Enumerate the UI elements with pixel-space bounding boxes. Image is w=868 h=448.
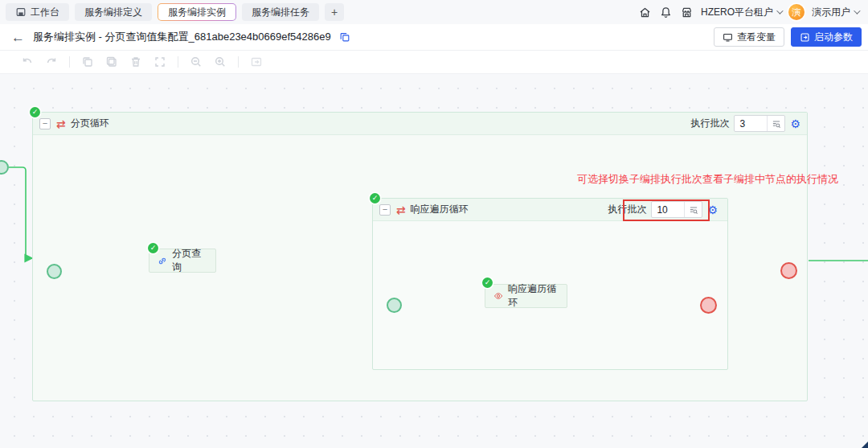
fullscreen-icon[interactable]: [154, 55, 166, 68]
page-title: 服务编排实例 - 分页查询值集配置_681abe23e4b0669ef54286…: [33, 30, 331, 44]
tab-orchestration-definition[interactable]: 服务编排定义: [75, 3, 152, 21]
flow-canvas[interactable]: − ⇄ 分页循环 执行批次 ⚙ ✓ 可选择切换子编排执行批次查看子编排中节点的执…: [0, 74, 868, 448]
view-variables-label: 查看变量: [737, 31, 776, 44]
node-page-query[interactable]: 分页查询: [149, 249, 216, 273]
node-response-loop[interactable]: 响应遍历循环: [485, 284, 567, 308]
launch-params-label: 启动参数: [814, 31, 853, 44]
copy-title-icon[interactable]: [339, 31, 350, 43]
gear-icon[interactable]: ⚙: [790, 118, 800, 129]
avatar-text: 演: [792, 6, 801, 18]
status-check-badge: ✓: [148, 243, 158, 253]
launch-icon: [800, 32, 810, 43]
status-check-badge: ✓: [370, 193, 380, 203]
tab-workbench[interactable]: 工作台: [6, 3, 69, 21]
group-label: 分页循环: [71, 117, 109, 130]
monitor-icon: [723, 32, 733, 43]
toolbar-divider: [69, 56, 70, 68]
toolbar-divider: [238, 56, 239, 68]
canvas-toolbar: [0, 51, 868, 74]
node-label: 响应遍历循环: [508, 282, 559, 310]
page-header: ← 服务编排实例 - 分页查询值集配置_681abe23e4b0669ef542…: [0, 24, 868, 51]
bell-icon[interactable]: [659, 6, 673, 19]
annotation-text: 可选择切换子编排执行批次查看子编排中节点的执行情况: [577, 172, 838, 187]
undo-icon[interactable]: [21, 55, 34, 68]
tab-label: 服务编排定义: [84, 6, 142, 19]
node-label: 分页查询: [172, 247, 207, 274]
chevron-down-icon: [776, 7, 783, 14]
copy-icon[interactable]: [81, 55, 94, 68]
collapse-button[interactable]: −: [379, 204, 391, 216]
tab-label: 工作台: [31, 6, 59, 19]
tenant-name: HZERO平台租户: [701, 6, 773, 19]
workbench-icon: [15, 6, 27, 18]
loop-icon: ⇄: [396, 204, 406, 216]
top-tab-bar: 工作台 服务编排定义 服务编排实例 服务编排任务 + HZERO平台租户 演 演…: [0, 0, 868, 24]
chevron-down-icon: [854, 7, 860, 14]
delete-icon[interactable]: [129, 55, 142, 68]
home-icon[interactable]: [638, 6, 652, 19]
plus-icon: +: [331, 6, 338, 18]
tab-label: 服务编排实例: [168, 6, 226, 19]
eye-icon: [493, 290, 503, 302]
outer-batch-input[interactable]: [735, 118, 767, 129]
collapse-button[interactable]: −: [39, 118, 51, 129]
outer-end-node[interactable]: [780, 262, 797, 279]
inner-start-node[interactable]: [387, 298, 402, 313]
tab-orchestration-instance[interactable]: 服务编排实例: [158, 3, 236, 21]
outer-batch-input-group: [734, 115, 785, 132]
zoom-in-icon[interactable]: [214, 55, 227, 68]
external-start-node[interactable]: [0, 160, 9, 175]
back-arrow-icon[interactable]: ←: [11, 31, 25, 44]
toolbar-divider: [178, 56, 178, 68]
redo-icon[interactable]: [45, 55, 58, 68]
topbar-right: HZERO平台租户 演 演示用户: [638, 4, 868, 20]
outer-batch-control: 执行批次 ⚙: [690, 115, 800, 132]
launch-params-button[interactable]: 启动参数: [791, 27, 862, 47]
avatar[interactable]: 演: [788, 4, 805, 20]
paste-icon[interactable]: [105, 55, 118, 68]
fit-screen-icon[interactable]: [250, 55, 263, 68]
link-icon: [158, 256, 167, 266]
status-check-badge: ✓: [482, 277, 493, 288]
group-label: 响应遍历循环: [411, 203, 469, 216]
user-name: 演示用户: [812, 6, 850, 19]
outer-start-node[interactable]: [47, 264, 62, 279]
batch-label: 执行批次: [690, 117, 729, 130]
header-actions: 查看变量 启动参数: [714, 27, 862, 47]
user-menu[interactable]: 演示用户: [812, 6, 858, 19]
view-variables-button[interactable]: 查看变量: [714, 27, 784, 47]
market-icon[interactable]: [680, 6, 694, 19]
status-check-badge: ✓: [30, 107, 40, 117]
add-tab-button[interactable]: +: [325, 3, 344, 21]
edge-external-in: [9, 167, 32, 258]
batch-lookup-icon[interactable]: [767, 115, 784, 132]
tenant-switcher[interactable]: HZERO平台租户: [701, 6, 781, 19]
inner-end-node[interactable]: [700, 297, 717, 314]
canvas-corner-handle: [862, 442, 868, 448]
group-paging-loop-header: − ⇄ 分页循环 执行批次 ⚙: [33, 113, 807, 135]
loop-icon: ⇄: [56, 118, 66, 129]
tab-label: 服务编排任务: [252, 6, 309, 19]
tab-orchestration-task[interactable]: 服务编排任务: [242, 3, 319, 21]
zoom-out-icon[interactable]: [190, 55, 203, 68]
batch-highlight-frame: [623, 199, 710, 221]
